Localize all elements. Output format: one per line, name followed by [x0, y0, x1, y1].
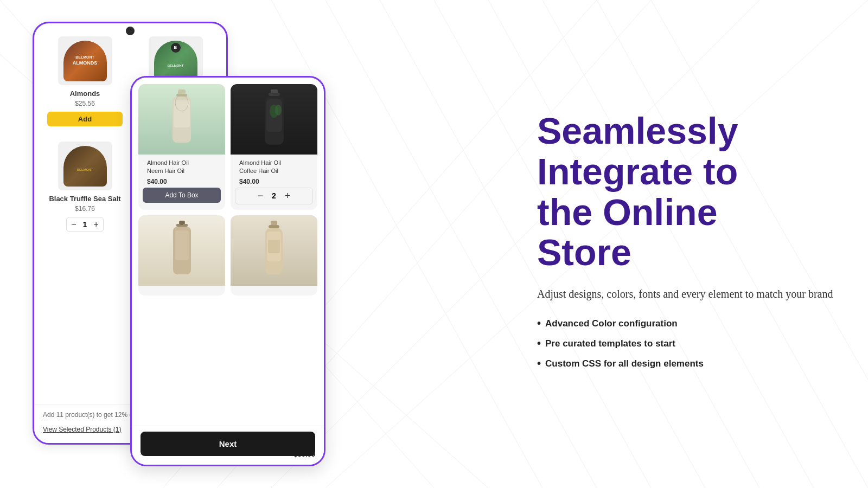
svg-point-24 — [275, 105, 282, 115]
back-view-selected[interactable]: View Selected Products (1) — [43, 426, 122, 433]
front-card-name-1b: Neem Hair Oil — [143, 167, 221, 175]
front-decrease-qty[interactable]: − — [257, 190, 263, 202]
marketing-subheadline: Adjust designs, colors, fonts and every … — [537, 286, 835, 302]
front-card-name-2b: Coffee Hair Oil — [235, 167, 313, 175]
next-button[interactable]: Next — [141, 432, 315, 456]
feature-item-2: Pre curated templates to start — [537, 337, 835, 350]
right-marketing-section: Seamlessly Integrate to the Online Store… — [515, 0, 868, 488]
front-card-price-2: $40.00 — [235, 176, 313, 188]
oil-bottle-light — [138, 84, 225, 155]
front-image-almond-neem — [138, 84, 225, 155]
feature-label-2: Pre curated templates to start — [545, 338, 675, 349]
svg-rect-34 — [268, 240, 280, 253]
front-image-4 — [231, 215, 317, 286]
product-image-almonds: BELMONTALMONDS — [58, 36, 112, 85]
headline-line4: Store — [537, 232, 631, 273]
front-card-price-1: $40.00 — [143, 176, 221, 188]
left-section: BELMONTALMONDS Almonds $25.56 Add B BELM… — [0, 0, 336, 488]
feature-label-3: Custom CSS for all design elements — [545, 358, 704, 369]
decrease-qty-truffle[interactable]: − — [71, 220, 76, 229]
product-card-truffle: BELMONT Black Truffle Sea Salt $16.76 − … — [43, 137, 127, 236]
qty-value-truffle: 1 — [81, 220, 90, 229]
oil-bottle-dark — [231, 84, 317, 155]
marketing-headline: Seamlessly Integrate to the Online Store — [537, 111, 835, 273]
product-image-truffle: BELMONT — [58, 142, 112, 190]
product-price-almonds: $25.56 — [75, 100, 95, 107]
front-card-3 — [138, 215, 225, 296]
front-image-almond-coffee — [231, 84, 317, 155]
add-button-almonds[interactable]: Add — [47, 112, 123, 126]
front-card-4 — [231, 215, 317, 296]
add-to-box-button[interactable]: Add To Box — [143, 188, 221, 203]
feature-item-3: Custom CSS for all design elements — [537, 357, 835, 370]
increase-qty-truffle[interactable]: + — [94, 220, 99, 229]
headline-line2: Integrate to — [537, 151, 738, 192]
front-image-3 — [138, 215, 225, 286]
svg-rect-17 — [174, 100, 190, 127]
front-quantity-control: − 2 + — [235, 188, 313, 204]
product-name-almonds: Almonds — [70, 89, 100, 98]
svg-rect-31 — [269, 225, 279, 228]
product-card-almonds: BELMONTALMONDS Almonds $25.56 Add — [43, 32, 127, 131]
product-price-truffle: $16.76 — [75, 205, 95, 213]
headline-line1: Seamlessly — [537, 110, 738, 151]
feature-label-1: Advanced Color configuration — [545, 318, 678, 329]
svg-point-29 — [180, 221, 184, 225]
product-name-truffle: Black Truffle Sea Salt — [49, 195, 120, 203]
svg-rect-28 — [175, 230, 189, 260]
front-card-almond-coffee: Almond Hair Oil Coffee Hair Oil $40.00 −… — [231, 84, 317, 210]
feature-list: Advanced Color configuration Pre curated… — [537, 317, 835, 377]
feature-item-1: Advanced Color configuration — [537, 317, 835, 330]
front-card-name-1a: Almond Hair Oil — [143, 159, 221, 167]
oil-bottle-cream — [231, 215, 317, 286]
front-card-almond-neem: Almond Hair Oil Neem Hair Oil $40.00 Add… — [138, 84, 225, 210]
front-increase-qty[interactable]: + — [285, 190, 291, 202]
front-qty-value: 2 — [270, 191, 278, 200]
quantity-control-truffle: − 1 + — [66, 217, 104, 232]
phone-front-mockup: Almond Hair Oil Neem Hair Oil $40.00 Add… — [130, 76, 326, 466]
front-card-name-2a: Almond Hair Oil — [235, 159, 313, 167]
oil-bottle-light-2 — [138, 215, 225, 286]
svg-rect-20 — [269, 93, 280, 96]
headline-line3: the Online — [537, 191, 717, 233]
front-product-grid: Almond Hair Oil Neem Hair Oil $40.00 Add… — [132, 78, 324, 302]
